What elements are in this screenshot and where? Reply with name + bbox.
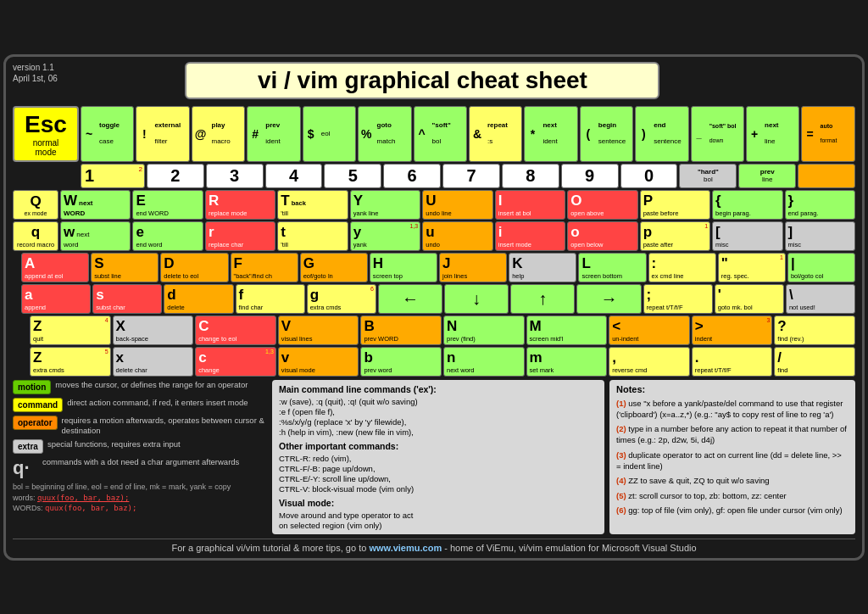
key-star[interactable]: * nextident: [524, 106, 577, 162]
key-G[interactable]: G eof/goto ln: [300, 253, 368, 282]
key-W-next-WORD[interactable]: W next WORD: [60, 190, 131, 220]
key-3[interactable]: 3: [206, 164, 264, 188]
key-plus[interactable]: + nextline: [746, 106, 799, 162]
key-equals[interactable]: = autoformat: [801, 106, 854, 162]
key-O[interactable]: O open above: [567, 190, 637, 220]
key-dquote[interactable]: 1 " reg. spec.: [718, 253, 786, 282]
esc-key[interactable]: Esc normal mode: [13, 106, 79, 162]
key-p[interactable]: 1 p paste after: [640, 221, 710, 251]
key-u[interactable]: u undo: [422, 221, 492, 251]
key-A[interactable]: A append at eol: [21, 253, 89, 282]
key-l-arrow[interactable]: →: [576, 284, 641, 314]
key-semicolon[interactable]: ; repeat t/T/f/F: [643, 284, 713, 314]
key-M[interactable]: M screen mid'l: [526, 315, 608, 345]
key-s[interactable]: s subst char: [92, 284, 162, 314]
key-backslash[interactable]: \ not used!: [786, 284, 855, 314]
key-0-hard-bol[interactable]: "hard" bol: [679, 164, 737, 188]
key-equals-op[interactable]: [798, 164, 855, 188]
key-b[interactable]: b prev word: [360, 347, 442, 377]
key-apos[interactable]: ' goto mk. bol: [715, 284, 784, 314]
key-o[interactable]: o open below: [567, 221, 637, 251]
key-V[interactable]: V visual lines: [278, 315, 359, 345]
key-1[interactable]: 2 1: [81, 164, 145, 188]
footer-url[interactable]: www.viemu.com: [369, 543, 442, 553]
key-dollar[interactable]: $ eol: [303, 106, 356, 162]
other-line-1: CTRL-R: redo (vim),: [279, 454, 598, 463]
key-rbracket[interactable]: ] misc: [785, 221, 855, 251]
key-9[interactable]: 9: [561, 164, 619, 188]
key-0[interactable]: 0: [620, 164, 678, 188]
key-F[interactable]: F "back"/find ch: [231, 253, 298, 282]
key-n[interactable]: n next word: [443, 347, 525, 377]
key-percent[interactable]: % gotomatch: [358, 106, 411, 162]
key-J[interactable]: J join lines: [439, 253, 507, 282]
key-f[interactable]: f find char: [236, 284, 305, 314]
key-lparen[interactable]: ( beginsentence: [580, 106, 633, 162]
key-T[interactable]: T back 'till: [277, 190, 348, 220]
key-z[interactable]: 5 Z extra cmds: [30, 347, 111, 377]
key-2[interactable]: 2: [147, 164, 204, 188]
key-lbracket[interactable]: [ misc: [712, 221, 782, 251]
key-x[interactable]: x delete char: [113, 347, 194, 377]
key-dot[interactable]: . repeat t/T/f/F: [692, 347, 773, 377]
key-4[interactable]: 4: [265, 164, 323, 188]
key-v[interactable]: v visual mode: [278, 347, 359, 377]
key-amp[interactable]: & repeat:s: [469, 106, 522, 162]
key-R[interactable]: R replace mode: [205, 190, 275, 220]
key-h-arrow[interactable]: ←: [378, 284, 442, 314]
key-i[interactable]: i insert mode: [495, 221, 565, 251]
key-gt[interactable]: 3 > indent: [692, 315, 773, 345]
key-S[interactable]: S subst line: [91, 253, 159, 282]
key-B[interactable]: B prev WORD: [360, 315, 442, 345]
key-underscore[interactable]: _ "soft" boldown: [691, 106, 744, 162]
key-y[interactable]: 1,3 y yank: [350, 221, 420, 251]
key-8[interactable]: 8: [502, 164, 559, 188]
key-colon[interactable]: : ex cmd line: [648, 253, 716, 282]
key-at[interactable]: @ playmacro: [192, 106, 245, 162]
key-comma[interactable]: , reverse cmd: [609, 347, 690, 377]
visual-line-2: on selected region (vim only): [279, 521, 598, 530]
key-rbrace[interactable]: } end parag.: [785, 190, 855, 220]
key-q[interactable]: q record macro: [13, 221, 58, 251]
key-tilde[interactable]: ~ togglecase: [81, 106, 134, 162]
key-lt[interactable]: < un-indent: [609, 315, 690, 345]
key-g[interactable]: 6 g extra cmds: [307, 284, 376, 314]
key-Q[interactable]: Q ex mode: [13, 190, 58, 220]
key-U[interactable]: U undo line: [422, 190, 492, 220]
key-Z[interactable]: 4 Z quit: [30, 315, 111, 345]
key-e[interactable]: e end word: [132, 221, 203, 251]
key-6[interactable]: 6: [383, 164, 441, 188]
key-r[interactable]: r replace char: [205, 221, 275, 251]
key-lbrace[interactable]: { begin parag.: [712, 190, 782, 220]
key-caret[interactable]: ^ "soft"bol: [414, 106, 467, 162]
key-L[interactable]: L screen bottom: [578, 253, 646, 282]
key-j-arrow[interactable]: ↓: [444, 284, 509, 314]
key-E[interactable]: E end WORD: [132, 190, 203, 220]
key-slash[interactable]: / find: [774, 347, 855, 377]
key-pipe[interactable]: | bol/goto col: [787, 253, 855, 282]
key-d[interactable]: d delete: [164, 284, 233, 314]
key-c[interactable]: 1,3 c change: [195, 347, 276, 377]
key-I[interactable]: I insert at bol: [495, 190, 565, 220]
key-Y[interactable]: Y yank line: [350, 190, 420, 220]
key-hash[interactable]: # prevident: [247, 106, 300, 162]
key-a[interactable]: a append: [21, 284, 91, 314]
key-exclaim[interactable]: ! externalfilter: [136, 106, 189, 162]
key-rparen[interactable]: ) endsentence: [635, 106, 688, 162]
key-t[interactable]: t 'till: [277, 221, 348, 251]
key-m[interactable]: m set mark: [526, 347, 608, 377]
key-C[interactable]: C change to eol: [195, 315, 276, 345]
key-N-prev-find[interactable]: N prev (find): [443, 315, 525, 345]
key-X-backspace[interactable]: X back-space: [113, 315, 194, 345]
key-D[interactable]: D delete to eol: [160, 253, 228, 282]
key-7[interactable]: 7: [442, 164, 500, 188]
key-5[interactable]: 5: [324, 164, 381, 188]
key-P[interactable]: P paste before: [640, 190, 710, 220]
key-minus[interactable]: prev line: [738, 164, 796, 188]
key-k-arrow[interactable]: ↑: [510, 284, 575, 314]
key-question[interactable]: ? find (rev.): [774, 315, 855, 345]
key-K[interactable]: K help: [509, 253, 576, 282]
words-section-upper: WORDs: quux(foo, bar, baz);: [13, 504, 267, 512]
key-w-next-word[interactable]: w next word: [60, 221, 131, 251]
key-H[interactable]: H screen top: [370, 253, 437, 282]
